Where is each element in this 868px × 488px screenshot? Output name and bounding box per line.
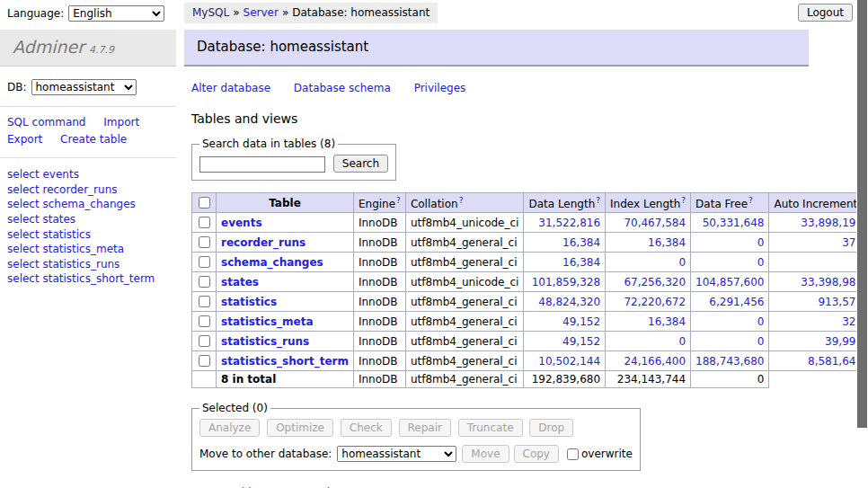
language-form: Language:English [0, 0, 176, 23]
cell-data-free: 0 [691, 253, 769, 272]
cell-engine: InnoDB [353, 213, 405, 233]
table-name-link[interactable]: states [221, 276, 259, 288]
sidebar-item-select-statistics-meta[interactable]: select statistics_meta [7, 242, 169, 257]
row-checkbox[interactable] [199, 296, 210, 307]
drop-button[interactable]: Drop [529, 419, 573, 437]
adminer-logo-link[interactable]: Adminer [13, 37, 84, 57]
column-header-data-length: Data Length? [524, 193, 606, 213]
cell-auto-increment: 6 [769, 253, 868, 272]
help-icon[interactable]: ? [596, 196, 600, 205]
table-name-link[interactable]: statistics_runs [221, 335, 309, 348]
overwrite-checkbox[interactable] [567, 448, 579, 460]
row-checkbox[interactable] [199, 355, 210, 367]
selected-legend: Selected (0) [199, 402, 270, 414]
cell-data-free: 6,291,456 [691, 292, 769, 312]
sidebar-item-select-statistics-runs[interactable]: select statistics_runs [7, 257, 169, 272]
optimize-button[interactable]: Optimize [267, 419, 333, 437]
analyze-button[interactable]: Analyze [199, 419, 260, 437]
row-checkbox[interactable] [199, 236, 210, 248]
total-collation: utf8mb4_general_ci [405, 371, 524, 388]
alter-database-link[interactable]: Alter database [191, 82, 270, 94]
table-name-link[interactable]: statistics_meta [221, 315, 314, 328]
move-label: Move to other database: [199, 448, 332, 460]
cell-data-length: 10,502,144 [524, 351, 606, 371]
cell-auto-increment: 378 [769, 233, 868, 253]
sidebar-item-select-schema-changes[interactable]: select schema_changes [7, 197, 169, 212]
tables-and-views-heading: Tables and views [191, 111, 824, 126]
help-icon[interactable]: ? [459, 196, 464, 205]
breadcrumb-mysql-link[interactable]: MySQL [192, 6, 229, 19]
import-link[interactable]: Import [103, 116, 139, 129]
move-db-select[interactable]: homeassistant [337, 446, 456, 462]
page-title: Database: homeassistant [184, 30, 809, 67]
sidebar-item-select-states[interactable]: select states [7, 212, 169, 227]
table-name-link[interactable]: statistics_short_term [221, 355, 349, 368]
table-row: statisticsInnoDButf8mb4_general_ci48,824… [192, 292, 868, 312]
cell-index-length: 70,467,584 [606, 213, 691, 233]
scrollbar-thumb[interactable] [857, 0, 867, 428]
sidebar-item-select-recorder-runs[interactable]: select recorder_runs [7, 182, 169, 198]
privileges-link[interactable]: Privileges [414, 82, 466, 94]
cell-engine: InnoDB [353, 312, 405, 332]
table-name-link[interactable]: statistics [221, 296, 277, 308]
logout-button[interactable]: Logout [798, 4, 853, 22]
db-select[interactable]: homeassistant [31, 79, 137, 95]
cell-data-length: 16,384 [524, 253, 606, 272]
row-checkbox[interactable] [199, 217, 210, 228]
row-checkbox[interactable] [199, 256, 210, 268]
sidebar-item-select-statistics-short-term[interactable]: select statistics_short_term [7, 271, 169, 287]
cell-collation: utf8mb4_general_ci [405, 233, 524, 253]
help-icon[interactable]: ? [748, 196, 753, 205]
cell-index-length: 16,384 [606, 233, 691, 253]
breadcrumb: MySQL»Server»Database: homeassistant [184, 3, 438, 23]
cell-index-length: 0 [606, 253, 691, 272]
check-button[interactable]: Check [341, 419, 392, 437]
table-row: statesInnoDButf8mb4_unicode_ci101,859,32… [192, 272, 868, 292]
breadcrumb-server-link[interactable]: Server [244, 6, 279, 19]
row-checkbox[interactable] [199, 335, 210, 347]
search-fieldset: Search data in tables (8) Search [191, 138, 396, 181]
row-checkbox[interactable] [199, 276, 210, 288]
cell-data-free: 50,331,648 [691, 213, 769, 233]
column-header-collation: Collation? [405, 193, 524, 213]
help-icon[interactable]: ? [681, 196, 686, 205]
cell-collation: utf8mb4_unicode_ci [405, 272, 524, 292]
tables-overview: TableEngine?Collation?Data Length?Index … [191, 192, 868, 388]
sidebar-item-select-statistics[interactable]: select statistics [7, 227, 169, 243]
truncate-button[interactable]: Truncate [458, 419, 523, 437]
help-icon[interactable]: ? [396, 196, 401, 205]
move-button[interactable]: Move [462, 445, 509, 463]
copy-button[interactable]: Copy [514, 445, 559, 463]
vertical-scrollbar[interactable] [856, 0, 868, 488]
language-select[interactable]: English [68, 5, 164, 22]
table-name-link[interactable]: schema_changes [221, 256, 323, 269]
sidebar-item-select-events[interactable]: select events [7, 167, 169, 182]
cell-data-length: 49,152 [524, 332, 606, 351]
cell-index-length: 16,384 [606, 312, 691, 332]
table-row: eventsInnoDButf8mb4_unicode_ci31,522,816… [192, 213, 868, 233]
column-header-data-free: Data Free? [691, 193, 769, 213]
breadcrumb-separator: » [282, 6, 288, 19]
database-schema-link[interactable]: Database schema [294, 82, 391, 94]
repair-button[interactable]: Repair [399, 419, 451, 437]
cell-auto-increment: 33,898,196 [769, 213, 868, 233]
create-table-link-sidebar[interactable]: Create table [60, 133, 127, 146]
total-data-length: 192,839,680 [524, 371, 606, 388]
row-checkbox[interactable] [199, 315, 210, 327]
table-header-row: TableEngine?Collation?Data Length?Index … [192, 193, 868, 213]
export-link[interactable]: Export [7, 133, 42, 146]
select-all-checkbox[interactable] [199, 197, 210, 209]
table-name-link[interactable]: events [221, 217, 262, 229]
cell-data-free: 104,857,600 [691, 272, 769, 292]
main-content: MySQL»Server»Database: homeassistant Dat… [184, 0, 824, 488]
cell-collation: utf8mb4_general_ci [405, 332, 524, 351]
total-index-length: 234,143,744 [606, 371, 691, 388]
column-header-engine: Engine? [353, 193, 405, 213]
search-button[interactable]: Search [333, 155, 388, 173]
table-row: statistics_metaInnoDButf8mb4_general_ci4… [192, 312, 868, 332]
search-input[interactable] [199, 156, 325, 173]
cell-collation: utf8mb4_general_ci [405, 351, 524, 371]
cell-engine: InnoDB [353, 253, 405, 272]
sql-command-link[interactable]: SQL command [7, 116, 85, 129]
table-name-link[interactable]: recorder_runs [221, 236, 306, 249]
